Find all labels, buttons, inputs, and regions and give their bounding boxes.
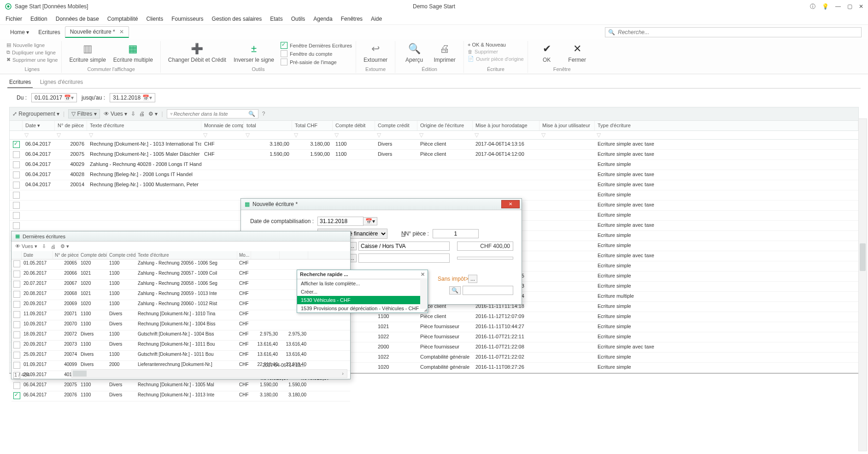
panel-col-header[interactable]: Compte debit (79, 251, 107, 259)
panel-row[interactable]: 18.09.201720072Divers1100Gutschrift [Dok… (12, 330, 350, 341)
row-checkbox[interactable] (13, 202, 20, 209)
menu-edition[interactable]: Edition (30, 16, 47, 22)
minimize-button[interactable]: — (835, 3, 841, 10)
chk-fenetre-compte[interactable]: Fenêtre du compte (281, 50, 352, 57)
col-header[interactable]: Mise à jour horodatage (473, 121, 540, 130)
col-header[interactable]: Date ▾ (23, 121, 55, 130)
ribbon-fermer[interactable]: ✕Fermer (562, 42, 592, 64)
ribbon-ok[interactable]: ✔OK (532, 42, 562, 64)
ribbon-ok-nouveau[interactable]: + OK & Nouveau (468, 42, 524, 47)
input-debit-desc[interactable] (358, 242, 450, 251)
menu-fournisseurs[interactable]: Fournisseurs (171, 16, 203, 22)
btn-filtres[interactable]: ▽ Filtres ▾ (68, 109, 100, 118)
tab-ecritures[interactable]: Ecritures (34, 27, 65, 37)
row-checkbox[interactable] (13, 182, 20, 189)
input-image[interactable] (463, 286, 513, 295)
row-checkbox[interactable] (13, 212, 20, 219)
maximize-button[interactable]: ▢ (847, 3, 852, 10)
btn-print-icon[interactable]: 🖨 (139, 111, 145, 117)
ribbon-changer-debit-credit[interactable]: ➕Changer Débit et Crédit (164, 42, 230, 64)
dropdown-item[interactable]: Afficher la liste complète... (297, 279, 428, 288)
col-header[interactable]: total (244, 121, 292, 130)
col-header[interactable]: N° de pièce (55, 121, 87, 130)
panel-export-icon[interactable]: ⇩ (42, 243, 46, 249)
table-row[interactable]: 06.04.201720076Rechnung [Dokument-Nr.] -… (10, 140, 858, 150)
menu-etats[interactable]: Etats (270, 16, 282, 22)
row-checkbox[interactable] (13, 151, 20, 158)
dialog-titlebar[interactable]: ▦ Nouvelle écriture * ✕ (241, 199, 522, 210)
col-header[interactable]: Total CHF (292, 121, 333, 130)
calendar-icon[interactable]: 📅▾ (64, 94, 74, 101)
menu-clients[interactable]: Clients (147, 16, 164, 22)
row-checkbox[interactable] (13, 192, 20, 199)
au-date[interactable]: 31.12.2018📅▾ (110, 93, 155, 102)
btn-regroupement[interactable]: ⤢ Regroupement ▾ (12, 111, 59, 117)
col-header[interactable] (10, 121, 23, 130)
panel-row[interactable]: 06.04.2017200761100DiversRechnung [Dokum… (12, 391, 350, 401)
ribbon-ecriture-multiple[interactable]: ▦Ecriture multiple (110, 42, 157, 64)
lookup-tax-icon[interactable]: ... (468, 275, 477, 283)
help-icon[interactable]: ⓘ (810, 3, 815, 11)
table-row[interactable]: 06.04.201720075Rechnung [Dokument-Nr.] -… (10, 150, 858, 160)
scrollbar-thumb[interactable] (860, 243, 866, 271)
ribbon-dupliquer-ligne[interactable]: ⧉Dupliquer une ligne (6, 49, 58, 55)
panel-col-header[interactable]: Mo... (237, 251, 251, 259)
row-checkbox[interactable] (13, 161, 20, 168)
panel-col-header[interactable]: Texte d'écriture (136, 251, 237, 259)
btn-vues[interactable]: 👁 Vues ▾ (104, 111, 128, 117)
ribbon-apercu[interactable]: 🔍Aperçu (399, 42, 429, 64)
panel-col-header[interactable] (251, 251, 280, 259)
col-header[interactable]: Type d'écriture (595, 121, 858, 130)
chk-fenetre-dernieres[interactable]: Fenêtre Dernières Ecritures (281, 42, 352, 49)
panel-row[interactable]: 01.05.20172006510201100Zahlung - Rechnun… (12, 259, 350, 270)
dialog-close-button[interactable]: ✕ (501, 200, 520, 208)
date-picker-icon[interactable]: 📅▾ (363, 217, 377, 225)
col-header[interactable]: Monnaie de comptabilisat... (201, 121, 244, 130)
dropdown-close-icon[interactable]: ✕ (421, 271, 425, 277)
global-search[interactable]: 🔍 (605, 27, 862, 37)
sans-impot[interactable]: Sans impôt> (438, 276, 469, 282)
panel-h-scrollbar[interactable]: › (71, 369, 347, 378)
table-row[interactable]: 06.04.201740028Rechnung [Beleg-Nr.] - 20… (10, 170, 858, 180)
col-header[interactable]: Origine de l'écriture (417, 121, 473, 130)
grid-search[interactable]: ▾🔍 (167, 109, 258, 118)
home-button[interactable]: Home ▾ (6, 27, 34, 37)
lightbulb-icon[interactable]: 💡 (822, 3, 829, 10)
ribbon-imprimer[interactable]: 🖨Imprimer (429, 42, 460, 64)
menu-comptabilité[interactable]: Comptabilité (107, 16, 138, 22)
panel-print-icon[interactable]: 🖨 (51, 244, 56, 249)
menu-fenêtres[interactable]: Fenêtres (341, 16, 363, 22)
panel-col-header[interactable]: Compte crédit (107, 251, 136, 259)
input-date[interactable] (317, 217, 364, 226)
table-row[interactable]: 04.04.201720014Rechnung [Beleg-Nr.] - 10… (10, 180, 858, 190)
chk-presaisie-image[interactable]: Pré-saisie de l'image (281, 59, 352, 65)
tab-close-icon[interactable]: ✕ (119, 29, 124, 35)
lookup-image-icon[interactable]: 🔍 (449, 286, 461, 295)
panel-gear-icon[interactable]: ⚙ ▾ (60, 243, 69, 249)
col-header[interactable]: Texte d'écriture (87, 121, 201, 130)
menu-fichier[interactable]: Fichier (6, 16, 22, 22)
global-search-input[interactable] (617, 29, 858, 36)
menu-outils[interactable]: Outils (291, 16, 305, 22)
row-checkbox[interactable] (13, 141, 20, 148)
table-row[interactable]: 06.04.201740029Zahlung - Rechnung 40028 … (10, 160, 858, 170)
dropdown-item[interactable]: Créer... (297, 288, 428, 296)
panel-row[interactable]: 10.09.2017200701100DiversRechnung [Dokum… (12, 320, 350, 330)
btn-help-icon[interactable]: ? (262, 111, 265, 117)
close-button[interactable]: ✕ (859, 3, 863, 10)
col-header[interactable]: Compte débit (333, 121, 375, 130)
calendar-icon[interactable]: 📅▾ (142, 94, 152, 101)
search-icon[interactable]: 🔍 (248, 111, 255, 117)
dropdown-item[interactable]: 1530 Véhicules - CHF (297, 296, 428, 304)
ribbon-supprimer-ligne[interactable]: ✖Supprimer une ligne (6, 57, 58, 63)
dropdown-scrollbar[interactable] (420, 278, 428, 309)
subtab-ecritures[interactable]: Ecritures (7, 77, 33, 88)
panel-col-header[interactable]: N° de pièce (53, 251, 79, 259)
panel-col-header[interactable] (280, 251, 308, 259)
panel-row[interactable]: 25.09.201720074Divers1100Gutschrift [Dok… (12, 351, 350, 361)
subtab-lignes[interactable]: Lignes d'écritures (38, 77, 85, 87)
ribbon-nouvelle-ligne[interactable]: ▤Nouvelle ligne (6, 42, 58, 48)
menu-gestion des salaires[interactable]: Gestion des salaires (212, 16, 262, 22)
menu-aide[interactable]: Aide (371, 16, 382, 22)
resize-grip-icon[interactable]: ◢ (424, 307, 427, 312)
